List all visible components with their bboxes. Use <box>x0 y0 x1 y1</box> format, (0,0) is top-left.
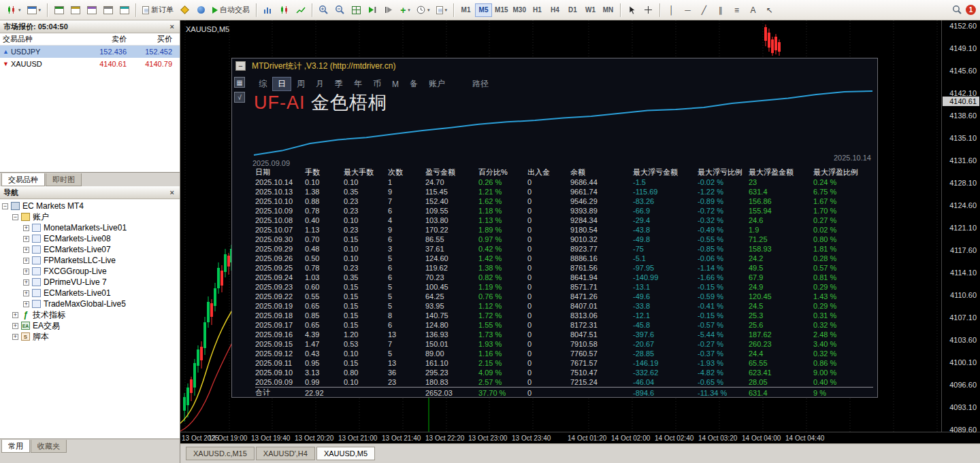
vertical-line-button[interactable]: │ <box>664 2 679 18</box>
community-button[interactable] <box>193 2 209 18</box>
expand-icon[interactable]: + <box>23 269 29 275</box>
navigator-account[interactable]: +TradeMaxGlobal-Live5 <box>0 298 180 309</box>
timeframe-h4-button[interactable]: H4 <box>546 3 564 17</box>
stats-tab[interactable]: 日 <box>272 77 291 91</box>
chart-line-button[interactable] <box>293 2 308 18</box>
expand-icon[interactable]: + <box>23 225 29 231</box>
stats-tab[interactable]: 季 <box>329 77 348 91</box>
navigator-accounts-folder[interactable]: −账户 <box>0 211 180 222</box>
timeframe-w1-button[interactable]: W1 <box>582 3 599 17</box>
close-icon[interactable]: × <box>168 188 176 196</box>
trendline-button[interactable]: ╱ <box>696 2 712 18</box>
navigator-account[interactable]: +FPMarketsLLC-Live <box>0 255 180 266</box>
crosshair-button[interactable] <box>640 2 656 18</box>
navigator-account[interactable]: +DPrimeVU-Live 7 <box>0 277 180 288</box>
expand-icon[interactable]: + <box>23 258 29 264</box>
search-button[interactable] <box>949 2 965 18</box>
timeframe-h1-button[interactable]: H1 <box>529 3 546 17</box>
collapse-icon[interactable]: − <box>2 203 8 209</box>
column-symbol[interactable]: 交易品种 <box>0 34 76 44</box>
timeframe-m1-button[interactable]: M1 <box>457 3 474 17</box>
text-button[interactable]: A <box>745 2 761 18</box>
strategy-tester-toggle-button[interactable] <box>116 2 132 18</box>
chart-window-tab[interactable]: XAUUSD.c,M15 <box>186 447 255 460</box>
auto-trading-button[interactable]: 自动交易 <box>210 2 252 18</box>
navigator-bottom-tab[interactable]: 常用 <box>1 440 30 453</box>
market-watch-tab[interactable]: 交易品种 <box>1 173 45 186</box>
channel-button[interactable]: ∥ <box>713 2 728 18</box>
cursor-button[interactable] <box>624 2 640 18</box>
new-chart-button[interactable]: ▾ <box>4 2 24 18</box>
navigator-experts[interactable]: +EAEA交易 <box>0 320 180 331</box>
expand-icon[interactable]: + <box>23 247 29 253</box>
expand-icon[interactable]: + <box>12 323 18 329</box>
stats-tab[interactable]: 周 <box>291 77 310 91</box>
data-window-toggle-button[interactable] <box>67 2 83 18</box>
market-watch-tab[interactable]: 即时图 <box>46 173 82 186</box>
timeframe-d1-button[interactable]: D1 <box>564 3 581 17</box>
navigator-scripts[interactable]: +S脚本 <box>0 331 180 342</box>
chart-shift-button[interactable] <box>381 2 397 18</box>
navigator-account[interactable]: +ECMarkets-Live08 <box>0 233 180 244</box>
notification-badge[interactable]: 1 <box>966 5 976 15</box>
expand-icon[interactable]: + <box>23 301 29 307</box>
indicators-button[interactable]: +▾ <box>397 2 413 18</box>
expand-icon[interactable]: + <box>23 236 29 242</box>
navigator-root[interactable]: −EC Markets MT4 <box>0 201 180 211</box>
stats-tab[interactable]: 币 <box>368 77 387 91</box>
column-bid[interactable]: 卖价 <box>76 34 129 44</box>
tile-windows-button[interactable] <box>348 2 364 18</box>
mtdriver-stats-panel[interactable]: − MTDriver统计 ,V3.12 (http://mtdriver.cn)… <box>231 58 878 398</box>
navigator-account[interactable]: +MonetaMarkets-Live01 <box>0 222 180 233</box>
minimize-button[interactable]: − <box>235 61 246 71</box>
chart-candlesticks-button[interactable] <box>276 2 292 18</box>
templates-button[interactable]: ▾ <box>434 2 451 18</box>
chart-window-tab[interactable]: XAUUSD',H4 <box>256 447 315 460</box>
market-watch-toggle-button[interactable] <box>51 2 67 18</box>
periods-button[interactable]: ▾ <box>414 2 433 18</box>
timeframe-mn-button[interactable]: MN <box>600 3 617 17</box>
navigator-indicators[interactable]: +ƒ技术指标 <box>0 309 180 320</box>
chart-window-tab[interactable]: XAUUSD,M5 <box>316 447 375 460</box>
stats-tab[interactable]: 月 <box>310 77 329 91</box>
horizontal-line-button[interactable]: ─ <box>680 2 696 18</box>
new-order-button[interactable]: 新订单 <box>140 2 176 18</box>
profiles-button[interactable]: ▾ <box>24 2 44 18</box>
collapse-icon[interactable]: − <box>12 214 18 220</box>
navigator-account[interactable]: +ECMarkets-Live07 <box>0 244 180 255</box>
chart-bars-button[interactable] <box>260 2 276 18</box>
timeframe-m30-button[interactable]: M30 <box>511 3 528 17</box>
stats-tab[interactable]: M <box>387 78 404 90</box>
stats-tab[interactable]: 账户 <box>423 77 451 91</box>
auto-scroll-button[interactable] <box>365 2 380 18</box>
time-axis[interactable]: 13 Oct 202513 Oct 19:0013 Oct 19:4013 Oc… <box>180 432 980 443</box>
stats-tab[interactable]: 年 <box>348 77 368 91</box>
expand-icon[interactable]: + <box>12 312 18 318</box>
chart-window[interactable]: XAUUSD,M5 − MTDriver统计 ,V3.12 (http://mt… <box>180 20 980 443</box>
stats-tab[interactable]: 备 <box>404 77 423 91</box>
timeframe-m5-button[interactable]: M5 <box>475 3 492 17</box>
market-watch-row[interactable]: ▲USDJPY152.436152.452 <box>0 46 180 58</box>
navigator-toggle-button[interactable] <box>84 2 99 18</box>
terminal-toggle-button[interactable] <box>100 2 116 18</box>
column-ask[interactable]: 买价 <box>129 34 175 44</box>
zoom-in-button[interactable] <box>316 2 331 18</box>
price-scale[interactable]: 4152.604149.104145.604142.104138.604135.… <box>941 20 980 432</box>
navigator-bottom-tab[interactable]: 收藏夹 <box>31 440 67 453</box>
stats-tab[interactable]: 综 <box>253 77 272 91</box>
expand-icon[interactable]: + <box>23 290 29 296</box>
expand-icon[interactable]: + <box>23 279 29 286</box>
zoom-out-button[interactable] <box>332 2 348 18</box>
navigator-account[interactable]: +ECMarkets-Live01 <box>0 288 180 298</box>
expand-icon[interactable]: + <box>12 334 18 340</box>
stats-confirm-button[interactable]: √ <box>234 92 245 103</box>
arrow-tools-button[interactable]: ↖ <box>762 2 777 18</box>
stats-settings-button[interactable]: ▦ <box>234 77 245 88</box>
market-watch-row[interactable]: ▼XAUUSD4140.614140.79 <box>0 58 180 70</box>
navigator-account[interactable]: +FXCGGroup-Live <box>0 266 180 277</box>
close-icon[interactable]: × <box>168 22 176 31</box>
metaeditor-button[interactable] <box>177 2 193 18</box>
timeframe-m15-button[interactable]: M15 <box>493 3 510 17</box>
fibonacci-button[interactable]: ≡ <box>729 2 745 18</box>
stats-tab[interactable]: 路径 <box>467 77 494 91</box>
